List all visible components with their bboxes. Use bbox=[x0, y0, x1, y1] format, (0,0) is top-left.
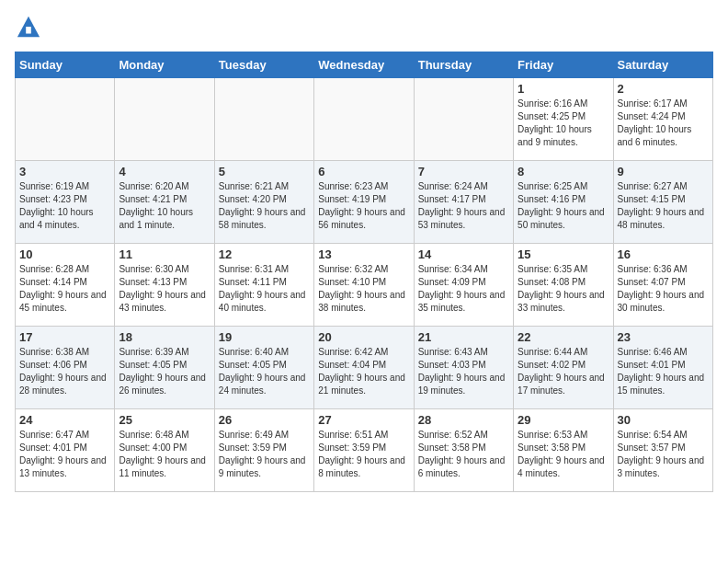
day-number: 7 bbox=[418, 165, 509, 178]
calendar-day-cell: 24Sunrise: 6:47 AM Sunset: 4:01 PM Dayli… bbox=[16, 409, 115, 492]
calendar-day-cell: 11Sunrise: 6:30 AM Sunset: 4:13 PM Dayli… bbox=[115, 244, 214, 327]
day-info: Sunrise: 6:16 AM Sunset: 4:25 PM Dayligh… bbox=[518, 98, 609, 149]
day-number: 16 bbox=[618, 247, 709, 261]
day-number: 28 bbox=[418, 413, 509, 427]
day-info: Sunrise: 6:42 AM Sunset: 4:04 PM Dayligh… bbox=[318, 346, 409, 397]
day-info: Sunrise: 6:48 AM Sunset: 4:00 PM Dayligh… bbox=[119, 429, 210, 480]
calendar-day-cell: 6Sunrise: 6:23 AM Sunset: 4:19 PM Daylig… bbox=[314, 161, 414, 244]
day-info: Sunrise: 6:38 AM Sunset: 4:06 PM Dayligh… bbox=[19, 346, 110, 397]
day-info: Sunrise: 6:34 AM Sunset: 4:09 PM Dayligh… bbox=[418, 263, 509, 315]
day-number: 14 bbox=[418, 247, 509, 261]
day-number: 19 bbox=[219, 330, 310, 344]
day-info: Sunrise: 6:27 AM Sunset: 4:15 PM Dayligh… bbox=[618, 180, 709, 232]
day-info: Sunrise: 6:40 AM Sunset: 4:05 PM Dayligh… bbox=[219, 346, 310, 397]
day-number: 5 bbox=[219, 165, 310, 178]
calendar-week-row: 24Sunrise: 6:47 AM Sunset: 4:01 PM Dayli… bbox=[16, 409, 713, 492]
weekday-header: Friday bbox=[514, 52, 613, 78]
day-info: Sunrise: 6:32 AM Sunset: 4:10 PM Dayligh… bbox=[318, 263, 409, 315]
calendar-week-row: 1Sunrise: 6:16 AM Sunset: 4:25 PM Daylig… bbox=[16, 78, 713, 161]
day-number: 23 bbox=[618, 330, 709, 344]
logo bbox=[15, 15, 42, 40]
day-number: 30 bbox=[618, 413, 709, 427]
day-info: Sunrise: 6:17 AM Sunset: 4:24 PM Dayligh… bbox=[618, 98, 709, 149]
svg-rect-1 bbox=[26, 27, 31, 33]
calendar-day-cell: 20Sunrise: 6:42 AM Sunset: 4:04 PM Dayli… bbox=[314, 327, 414, 409]
day-info: Sunrise: 6:44 AM Sunset: 4:02 PM Dayligh… bbox=[518, 346, 609, 397]
day-info: Sunrise: 6:28 AM Sunset: 4:14 PM Dayligh… bbox=[19, 263, 110, 315]
weekday-header: Tuesday bbox=[214, 52, 313, 78]
day-info: Sunrise: 6:21 AM Sunset: 4:20 PM Dayligh… bbox=[219, 180, 310, 232]
calendar-day-cell: 12Sunrise: 6:31 AM Sunset: 4:11 PM Dayli… bbox=[214, 244, 313, 327]
day-number: 26 bbox=[219, 413, 310, 427]
calendar-day-cell bbox=[314, 78, 414, 161]
calendar-day-cell: 29Sunrise: 6:53 AM Sunset: 3:58 PM Dayli… bbox=[514, 409, 613, 492]
calendar-day-cell: 27Sunrise: 6:51 AM Sunset: 3:59 PM Dayli… bbox=[314, 409, 414, 492]
day-info: Sunrise: 6:35 AM Sunset: 4:08 PM Dayligh… bbox=[518, 263, 609, 315]
day-info: Sunrise: 6:47 AM Sunset: 4:01 PM Dayligh… bbox=[19, 429, 110, 480]
calendar-day-cell: 2Sunrise: 6:17 AM Sunset: 4:24 PM Daylig… bbox=[613, 78, 712, 161]
day-info: Sunrise: 6:31 AM Sunset: 4:11 PM Dayligh… bbox=[219, 263, 310, 315]
calendar-table: SundayMondayTuesdayWednesdayThursdayFrid… bbox=[15, 52, 713, 492]
day-number: 9 bbox=[618, 165, 709, 178]
day-number: 13 bbox=[318, 247, 409, 261]
weekday-header: Sunday bbox=[16, 52, 115, 78]
calendar-day-cell: 17Sunrise: 6:38 AM Sunset: 4:06 PM Dayli… bbox=[16, 327, 115, 409]
day-number: 29 bbox=[518, 413, 609, 427]
day-info: Sunrise: 6:25 AM Sunset: 4:16 PM Dayligh… bbox=[518, 180, 609, 232]
calendar-day-cell: 9Sunrise: 6:27 AM Sunset: 4:15 PM Daylig… bbox=[613, 161, 712, 244]
day-number: 1 bbox=[518, 82, 609, 96]
day-number: 18 bbox=[119, 330, 210, 344]
day-number: 12 bbox=[219, 247, 310, 261]
day-number: 15 bbox=[518, 247, 609, 261]
day-info: Sunrise: 6:36 AM Sunset: 4:07 PM Dayligh… bbox=[618, 263, 709, 315]
day-info: Sunrise: 6:23 AM Sunset: 4:19 PM Dayligh… bbox=[318, 180, 409, 232]
calendar-day-cell: 16Sunrise: 6:36 AM Sunset: 4:07 PM Dayli… bbox=[613, 244, 712, 327]
day-info: Sunrise: 6:30 AM Sunset: 4:13 PM Dayligh… bbox=[119, 263, 210, 315]
day-info: Sunrise: 6:19 AM Sunset: 4:23 PM Dayligh… bbox=[19, 180, 110, 232]
day-info: Sunrise: 6:49 AM Sunset: 3:59 PM Dayligh… bbox=[219, 429, 310, 480]
day-number: 21 bbox=[418, 330, 509, 344]
calendar-day-cell: 26Sunrise: 6:49 AM Sunset: 3:59 PM Dayli… bbox=[214, 409, 313, 492]
day-info: Sunrise: 6:53 AM Sunset: 3:58 PM Dayligh… bbox=[518, 429, 609, 480]
calendar-day-cell bbox=[414, 78, 513, 161]
calendar-day-cell bbox=[214, 78, 313, 161]
calendar-week-row: 3Sunrise: 6:19 AM Sunset: 4:23 PM Daylig… bbox=[16, 161, 713, 244]
weekday-header: Thursday bbox=[414, 52, 513, 78]
weekday-header: Monday bbox=[115, 52, 214, 78]
calendar-day-cell: 10Sunrise: 6:28 AM Sunset: 4:14 PM Dayli… bbox=[16, 244, 115, 327]
calendar-day-cell: 23Sunrise: 6:46 AM Sunset: 4:01 PM Dayli… bbox=[613, 327, 712, 409]
day-number: 17 bbox=[19, 330, 110, 344]
day-info: Sunrise: 6:52 AM Sunset: 3:58 PM Dayligh… bbox=[418, 429, 509, 480]
calendar-day-cell: 3Sunrise: 6:19 AM Sunset: 4:23 PM Daylig… bbox=[16, 161, 115, 244]
page-header bbox=[15, 15, 713, 40]
calendar-day-cell: 19Sunrise: 6:40 AM Sunset: 4:05 PM Dayli… bbox=[214, 327, 313, 409]
weekday-header: Wednesday bbox=[314, 52, 414, 78]
day-info: Sunrise: 6:51 AM Sunset: 3:59 PM Dayligh… bbox=[318, 429, 409, 480]
day-number: 22 bbox=[518, 330, 609, 344]
day-number: 4 bbox=[119, 165, 210, 178]
day-number: 10 bbox=[19, 247, 110, 261]
calendar-day-cell: 8Sunrise: 6:25 AM Sunset: 4:16 PM Daylig… bbox=[514, 161, 613, 244]
calendar-day-cell: 21Sunrise: 6:43 AM Sunset: 4:03 PM Dayli… bbox=[414, 327, 513, 409]
calendar-day-cell: 18Sunrise: 6:39 AM Sunset: 4:05 PM Dayli… bbox=[115, 327, 214, 409]
calendar-day-cell: 1Sunrise: 6:16 AM Sunset: 4:25 PM Daylig… bbox=[514, 78, 613, 161]
day-number: 8 bbox=[518, 165, 609, 178]
calendar-day-cell: 4Sunrise: 6:20 AM Sunset: 4:21 PM Daylig… bbox=[115, 161, 214, 244]
day-info: Sunrise: 6:39 AM Sunset: 4:05 PM Dayligh… bbox=[119, 346, 210, 397]
logo-icon bbox=[16, 15, 41, 40]
calendar-day-cell: 5Sunrise: 6:21 AM Sunset: 4:20 PM Daylig… bbox=[214, 161, 313, 244]
day-number: 20 bbox=[318, 330, 409, 344]
day-info: Sunrise: 6:54 AM Sunset: 3:57 PM Dayligh… bbox=[618, 429, 709, 480]
day-number: 2 bbox=[618, 82, 709, 96]
day-number: 3 bbox=[19, 165, 110, 178]
calendar-day-cell: 22Sunrise: 6:44 AM Sunset: 4:02 PM Dayli… bbox=[514, 327, 613, 409]
day-number: 6 bbox=[318, 165, 409, 178]
day-info: Sunrise: 6:20 AM Sunset: 4:21 PM Dayligh… bbox=[119, 180, 210, 232]
calendar-day-cell: 25Sunrise: 6:48 AM Sunset: 4:00 PM Dayli… bbox=[115, 409, 214, 492]
day-info: Sunrise: 6:46 AM Sunset: 4:01 PM Dayligh… bbox=[618, 346, 709, 397]
weekday-header: Saturday bbox=[613, 52, 712, 78]
day-number: 24 bbox=[19, 413, 110, 427]
calendar-day-cell bbox=[16, 78, 115, 161]
calendar-day-cell: 15Sunrise: 6:35 AM Sunset: 4:08 PM Dayli… bbox=[514, 244, 613, 327]
svg-marker-0 bbox=[17, 17, 40, 37]
